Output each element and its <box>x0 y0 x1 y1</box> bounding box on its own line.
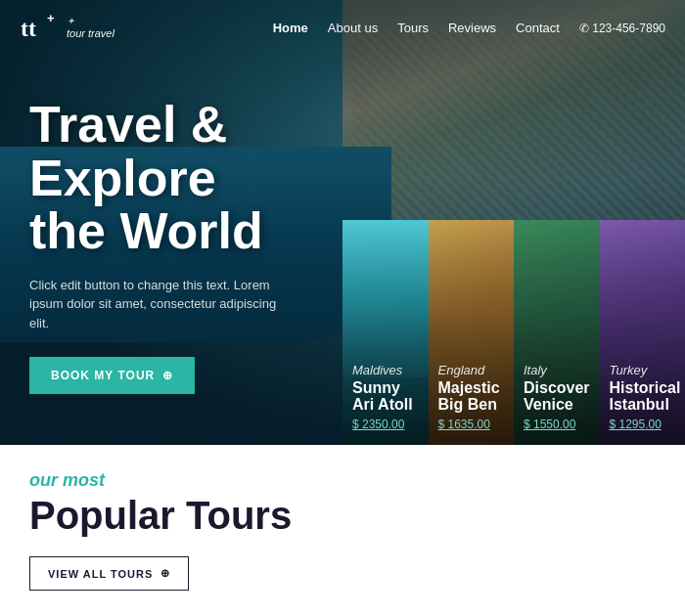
card-name-maldives: Sunny Ari Atoll <box>352 379 419 414</box>
card-region-turkey: Turkey <box>610 363 676 377</box>
card-name-italy: Discover Venice <box>524 379 590 414</box>
book-tour-icon: ⊕ <box>162 369 173 382</box>
logo: tt + ✦ tour travel <box>20 9 114 48</box>
card-price-maldives: $ 2350.00 <box>352 418 419 431</box>
hero-title: Travel & Explore the World <box>29 98 342 258</box>
logo-text: ✦ tour travel <box>67 16 114 40</box>
tour-card-maldives[interactable]: Maldives Sunny Ari Atoll $ 2350.00 <box>342 220 429 445</box>
svg-text:tt: tt <box>21 16 36 41</box>
nav-home[interactable]: Home <box>273 21 308 35</box>
card-content-england: England Majestic Big Ben $ 1635.00 <box>438 363 505 431</box>
nav-about[interactable]: About us <box>328 21 378 35</box>
card-region-italy: Italy <box>524 363 590 377</box>
card-content-italy: Italy Discover Venice $ 1550.00 <box>524 363 590 431</box>
card-price-turkey: $ 1295.00 <box>610 418 676 431</box>
card-content-turkey: Turkey Historical Istanbul $ 1295.00 <box>610 363 676 431</box>
popular-content: our most Popular Tours VIEW ALL TOURS ⊕ <box>29 470 292 591</box>
card-region-england: England <box>438 363 505 377</box>
book-tour-button[interactable]: BOOK MY TOUR ⊕ <box>29 357 195 394</box>
view-all-tours-button[interactable]: VIEW ALL TOURS ⊕ <box>29 556 189 591</box>
phone-number: ✆ 123-456-7890 <box>579 22 665 35</box>
main-nav: Home About us Tours Reviews Contact ✆ 12… <box>273 21 665 35</box>
card-name-england: Majestic Big Ben <box>438 379 505 414</box>
nav-tours[interactable]: Tours <box>397 21 429 35</box>
svg-text:+: + <box>47 11 55 25</box>
popular-title: Popular Tours <box>29 496 292 535</box>
card-content-maldives: Maldives Sunny Ari Atoll $ 2350.00 <box>352 363 419 431</box>
view-all-label: VIEW ALL TOURS <box>48 568 153 580</box>
view-all-icon: ⊕ <box>160 567 170 580</box>
hero-subtitle: Click edit button to change this text. L… <box>29 276 284 333</box>
nav-reviews[interactable]: Reviews <box>448 21 496 35</box>
site-header: tt + ✦ tour travel Home About us Tours R… <box>0 0 685 56</box>
card-name-turkey: Historical Istanbul <box>610 379 676 414</box>
popular-label: our most <box>29 470 292 491</box>
tour-card-italy[interactable]: Italy Discover Venice $ 1550.00 <box>514 220 600 445</box>
book-tour-label: BOOK MY TOUR <box>51 369 155 382</box>
hero-content: Travel & Explore the World Click edit bu… <box>29 98 342 394</box>
hero-section: tt + ✦ tour travel Home About us Tours R… <box>0 0 685 445</box>
popular-tours-section: our most Popular Tours VIEW ALL TOURS ⊕ <box>0 445 685 616</box>
card-price-england: $ 1635.00 <box>438 418 505 431</box>
tour-card-england[interactable]: England Majestic Big Ben $ 1635.00 <box>429 220 515 445</box>
nav-contact[interactable]: Contact <box>516 21 560 35</box>
logo-icon: tt + <box>20 9 61 48</box>
card-price-italy: $ 1550.00 <box>524 418 590 431</box>
tour-card-turkey[interactable]: Turkey Historical Istanbul $ 1295.00 <box>600 220 686 445</box>
tour-cards-row: Maldives Sunny Ari Atoll $ 2350.00 Engla… <box>342 220 685 445</box>
card-region-maldives: Maldives <box>352 363 419 377</box>
